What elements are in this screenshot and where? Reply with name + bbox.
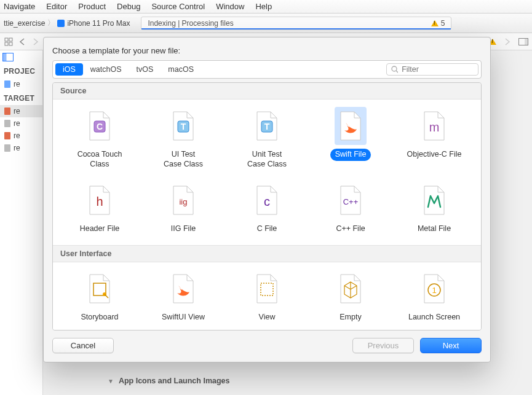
breadcrumb-project[interactable]: ttie_exercise [4, 19, 45, 28]
panel-right-icon[interactable] [518, 37, 528, 47]
template-label: Header File [75, 223, 125, 235]
svg-rect-0 [5, 38, 8, 41]
new-file-sheet: Choose a template for your new file: iOS… [43, 37, 491, 362]
cocoa-touch-class-icon: C [84, 107, 116, 145]
svg-text:c: c [264, 195, 270, 208]
menu-help[interactable]: Help [255, 2, 272, 11]
warning-icon [431, 20, 439, 26]
template-objective-c-file[interactable]: mObjective-C File [392, 107, 476, 170]
template-label: IIG File [166, 223, 200, 235]
template-label: Swift File [330, 149, 371, 161]
platform-filter-row: iOSwatchOStvOSmacOS [52, 60, 482, 79]
template-empty[interactable]: Empty [309, 270, 392, 324]
svg-rect-11 [4, 132, 10, 139]
view-icon [251, 270, 283, 308]
navigator-item[interactable]: re [0, 130, 42, 142]
nav-forward-icon[interactable] [31, 37, 41, 47]
filter-input[interactable] [402, 65, 474, 74]
navigator-item[interactable]: re [0, 117, 42, 130]
template-metal-file[interactable]: Metal File [392, 181, 476, 235]
breadcrumb-sep: 〉 [47, 18, 55, 28]
sheet-title: Choose a template for your new file: [52, 46, 482, 55]
template-label: View [254, 311, 280, 324]
navigator-item[interactable]: re [0, 78, 42, 90]
template-swift-file[interactable]: Swift File [309, 107, 392, 170]
launch-screen-icon: 1 [418, 270, 450, 308]
template-label: Cocoa Touch Class [73, 149, 127, 170]
menu-debug[interactable]: Debug [117, 2, 140, 11]
navigator-item[interactable]: re [0, 105, 42, 117]
menu-source-control[interactable]: Source Control [151, 2, 205, 11]
swift-file-icon [335, 107, 367, 145]
header-file-icon: h [84, 181, 116, 219]
template-label: Launch Screen [403, 311, 465, 324]
svg-rect-1 [9, 38, 12, 41]
breadcrumb-device[interactable]: iPhone 11 Pro Max [67, 19, 130, 28]
activity-tab: Indexing | Processing files 5 [141, 17, 451, 30]
menu-editor[interactable]: Editor [46, 2, 67, 11]
platform-tab-macos[interactable]: macOS [161, 63, 201, 76]
platform-tabs: iOSwatchOStvOSmacOS [55, 63, 201, 76]
template-cpp-file[interactable]: C++C++ File [309, 181, 392, 235]
template-storyboard[interactable]: Storyboard [58, 270, 141, 324]
activity-text: Indexing | Processing files [148, 19, 233, 28]
platform-tab-tvos[interactable]: tvOS [129, 63, 161, 76]
swiftui-view-icon [167, 270, 199, 308]
ui-test-case-class-icon: T [167, 107, 199, 145]
metal-file-icon [418, 181, 450, 219]
svg-rect-5 [525, 38, 528, 45]
template-cocoa-touch-class[interactable]: CCocoa Touch Class [58, 107, 141, 170]
template-ui-test-case-class[interactable]: TUI Test Case Class [141, 107, 225, 170]
template-launch-screen[interactable]: 1Launch Screen [392, 270, 476, 324]
disclosure-section[interactable]: ▼ App Icons and Launch Images [108, 377, 230, 385]
navigator-panel: PROJEC re TARGET rererere [0, 50, 43, 395]
template-label: Objective-C File [402, 149, 467, 161]
breadcrumb[interactable]: ttie_exercise 〉 iPhone 11 Pro Max [4, 18, 130, 28]
svg-text:T: T [181, 122, 186, 131]
template-c-file[interactable]: cC File [225, 181, 309, 235]
menu-navigate[interactable]: Navigate [4, 2, 35, 11]
template-label: C File [252, 223, 282, 235]
button-row: Cancel Previous Next [52, 338, 482, 353]
template-header-file[interactable]: hHeader File [58, 181, 141, 235]
platform-tab-ios[interactable]: iOS [55, 63, 83, 76]
panel-toggle[interactable] [0, 50, 42, 63]
template-swiftui-view[interactable]: SwiftUI View [141, 270, 225, 324]
nav-back-icon[interactable] [17, 37, 27, 47]
svg-text:1: 1 [432, 286, 436, 295]
objective-c-file-icon: m [418, 107, 450, 145]
svg-rect-9 [4, 108, 10, 115]
svg-text:iig: iig [179, 197, 187, 206]
platform-tab-watchos[interactable]: watchOS [83, 63, 129, 76]
template-unit-test-case-class[interactable]: TUnit Test Case Class [225, 107, 309, 170]
c-file-icon: c [251, 181, 283, 219]
svg-rect-3 [9, 42, 12, 45]
svg-text:C++: C++ [343, 197, 359, 206]
warning-count: 5 [441, 19, 445, 28]
device-icon [57, 20, 65, 27]
section-project: PROJEC [0, 63, 42, 78]
filter-icon [391, 65, 398, 74]
template-label: Storyboard [76, 311, 123, 324]
navigator-item[interactable]: re [0, 142, 42, 154]
svg-rect-8 [4, 80, 10, 88]
nav-forward2-icon[interactable] [502, 37, 512, 47]
menu-product[interactable]: Product [78, 2, 106, 11]
svg-rect-10 [4, 120, 10, 127]
menu-window[interactable]: Window [216, 2, 244, 11]
template-label: SwiftUI View [157, 311, 210, 324]
grid-icon[interactable] [4, 37, 14, 47]
cpp-file-icon: C++ [335, 181, 367, 219]
template-label: Empty [335, 311, 366, 324]
activity-warning[interactable]: 5 [431, 19, 445, 28]
disclosure-triangle-icon[interactable]: ▼ [108, 378, 114, 385]
filter-field[interactable] [386, 63, 478, 76]
template-view[interactable]: View [225, 270, 309, 324]
template-iig-file[interactable]: iigIIG File [141, 181, 225, 235]
next-button[interactable]: Next [420, 338, 482, 353]
cancel-button[interactable]: Cancel [52, 338, 114, 353]
template-list: SourceCCocoa Touch ClassTUI Test Case Cl… [52, 82, 482, 330]
previous-button: Previous [352, 338, 414, 353]
svg-text:C: C [97, 122, 103, 131]
template-label: UI Test Case Class [159, 149, 208, 170]
